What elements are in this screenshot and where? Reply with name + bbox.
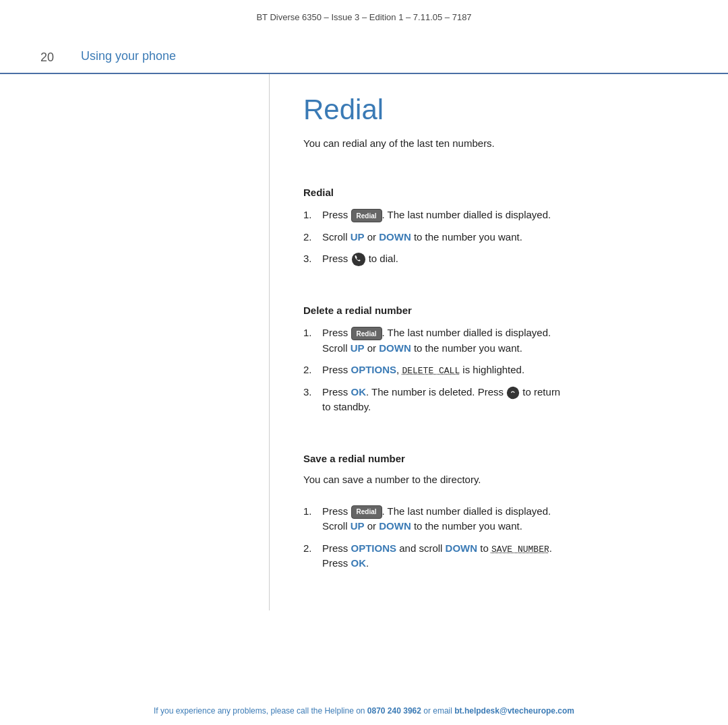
redial-button-icon: Redial (351, 505, 382, 519)
step-text: Press Redial. The last number dialled is… (322, 208, 667, 223)
step-text: Press OPTIONS, DELETE CALL is highlighte… (322, 362, 667, 378)
step-text: Press OK. The number is deleted. Press t… (322, 385, 667, 415)
section-intro: You can redial any of the last ten numbe… (303, 137, 667, 149)
footer: If you experience any problems, please c… (0, 697, 728, 725)
footer-text2: or email (421, 706, 454, 716)
step-number: 2. (303, 541, 322, 571)
content-area: Redial You can redial any of the last te… (0, 74, 728, 610)
subsection-delete: Delete a redial number 1. Press Redial. … (303, 305, 667, 415)
main-content: Redial You can redial any of the last te… (270, 74, 688, 610)
svg-point-0 (351, 253, 365, 266)
redial-steps: 1. Press Redial. The last number dialled… (303, 208, 667, 267)
step-number: 3. (303, 385, 322, 415)
options-label: OPTIONS (351, 542, 397, 554)
call-icon (351, 252, 366, 267)
footer-phone: 0870 240 3962 (367, 706, 421, 716)
chapter-title: Using your phone (81, 49, 176, 63)
step-number: 2. (303, 230, 322, 245)
down-label: DOWN (446, 542, 478, 554)
up-label: UP (351, 520, 365, 532)
delete-call-label: DELETE CALL (402, 366, 460, 376)
step-2: 2. Press OPTIONS, DELETE CALL is highlig… (303, 362, 667, 378)
delete-steps: 1. Press Redial. The last number dialled… (303, 325, 667, 415)
down-label: DOWN (379, 231, 411, 243)
save-number-label: SAVE NUMBER (491, 544, 549, 555)
document-title: BT Diverse 6350 – Issue 3 – Edition 1 – … (0, 0, 728, 29)
step-3: 3. Press OK. The number is deleted. Pres… (303, 385, 667, 415)
redial-button-icon: Redial (351, 327, 382, 340)
ok-label: OK (351, 557, 367, 569)
options-label: OPTIONS (351, 364, 397, 375)
subsection-title-save: Save a redial number (303, 453, 667, 464)
save-steps: 1. Press Redial. The last number dialled… (303, 504, 667, 571)
svg-point-1 (507, 387, 519, 399)
ok-label: OK (351, 386, 367, 398)
step-text: Press to dial. (322, 251, 667, 267)
end-call-icon (506, 386, 520, 400)
step-number: 2. (303, 362, 322, 378)
subsection-title-delete: Delete a redial number (303, 305, 667, 316)
down-label: DOWN (379, 520, 411, 532)
page-layout: BT Diverse 6350 – Issue 3 – Edition 1 – … (0, 0, 728, 610)
footer-text: If you experience any problems, please c… (154, 706, 367, 716)
subsection-redial: Redial 1. Press Redial. The last number … (303, 187, 667, 267)
step-text: Scroll UP or DOWN to the number you want… (322, 230, 667, 245)
up-label: UP (351, 231, 365, 243)
step-1: 1. Press Redial. The last number dialled… (303, 325, 667, 356)
up-label: UP (351, 342, 365, 354)
subsection-save: Save a redial number You can save a numb… (303, 453, 667, 571)
page-number: 20 (40, 49, 81, 65)
step-text: Press Redial. The last number dialled is… (322, 504, 667, 534)
step-3: 3. Press to dial. (303, 251, 667, 267)
page-header: 20 Using your phone (0, 29, 728, 74)
left-margin (40, 74, 270, 610)
step-text: Press OPTIONS and scroll DOWN to SAVE NU… (322, 541, 667, 571)
step-number: 3. (303, 251, 322, 267)
step-number: 1. (303, 325, 322, 356)
subsection-title-redial: Redial (303, 187, 667, 198)
section-heading: Redial (303, 94, 667, 125)
step-1: 1. Press Redial. The last number dialled… (303, 208, 667, 223)
step-2: 2. Scroll UP or DOWN to the number you w… (303, 230, 667, 245)
step-text: Press Redial. The last number dialled is… (322, 325, 667, 356)
step-1: 1. Press Redial. The last number dialled… (303, 504, 667, 534)
redial-button-icon: Redial (351, 209, 382, 222)
step-2: 2. Press OPTIONS and scroll DOWN to SAVE… (303, 541, 667, 571)
step-number: 1. (303, 208, 322, 223)
down-label: DOWN (379, 342, 411, 354)
footer-email: bt.helpdesk@vtecheurope.com (454, 706, 574, 716)
step-number: 1. (303, 504, 322, 534)
save-intro: You can save a number to the directory. (303, 474, 667, 485)
